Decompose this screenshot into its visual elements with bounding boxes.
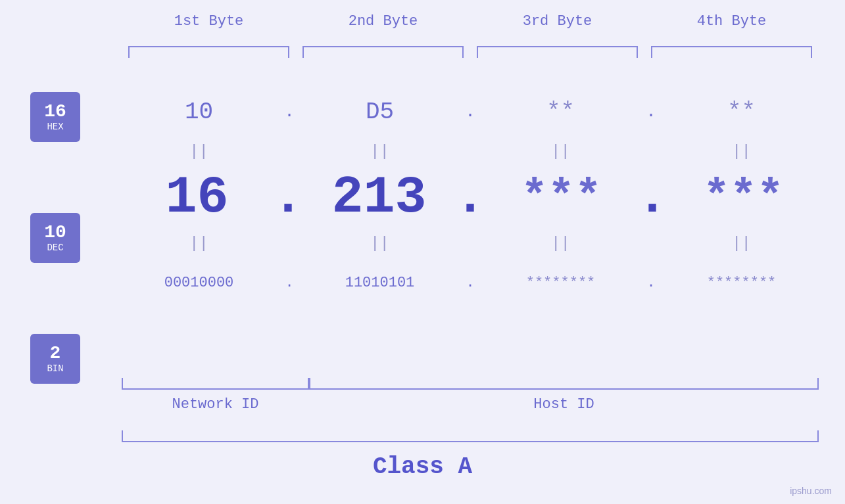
hex-val-3: ** bbox=[483, 99, 638, 126]
bin-dot-1: . bbox=[276, 275, 302, 291]
eq-row-2: || || || || bbox=[122, 230, 819, 256]
full-bracket bbox=[122, 430, 819, 442]
bracket-1 bbox=[128, 46, 289, 58]
bracket-4 bbox=[651, 46, 812, 58]
bin-dot-3: . bbox=[638, 275, 664, 291]
bin-badge-label: BIN bbox=[47, 363, 63, 374]
dec-dot-2: . bbox=[454, 168, 486, 227]
dec-val-4: *** bbox=[668, 172, 819, 223]
eq-1-1: || bbox=[122, 143, 276, 160]
dec-val-3: *** bbox=[486, 172, 637, 223]
bin-val-2: 11010101 bbox=[302, 275, 457, 291]
network-bracket bbox=[122, 378, 309, 390]
dec-badge-label: DEC bbox=[47, 242, 63, 253]
eq-2-1: || bbox=[122, 235, 276, 252]
dec-badge: 10 DEC bbox=[30, 213, 80, 263]
bin-val-4: ******** bbox=[664, 275, 819, 291]
eq-2-2: || bbox=[302, 235, 457, 252]
hex-row: 10 . D5 . ** . ** bbox=[122, 85, 819, 138]
watermark: ipshu.com bbox=[790, 486, 832, 496]
hex-dot-3: . bbox=[638, 102, 664, 122]
bin-val-1: 00010000 bbox=[122, 275, 276, 291]
bin-row: 00010000 . 11010101 . ******** . *******… bbox=[122, 256, 819, 309]
eq-2-4: || bbox=[664, 235, 819, 252]
bin-badge-num: 2 bbox=[50, 344, 61, 364]
hex-val-1: 10 bbox=[122, 99, 276, 126]
host-bracket bbox=[309, 378, 819, 390]
hex-dot-1: . bbox=[276, 102, 302, 122]
bin-dot-2: . bbox=[457, 275, 483, 291]
eq-row-1: || || || || bbox=[122, 138, 819, 164]
class-label: Class A bbox=[0, 453, 845, 480]
dec-val-2: 213 bbox=[304, 168, 454, 227]
dec-dot-1: . bbox=[272, 168, 304, 227]
bracket-2 bbox=[302, 46, 464, 58]
rows-area: 10 . D5 . ** . ** || || || || bbox=[122, 85, 819, 309]
hex-badge: 16 HEX bbox=[30, 92, 80, 142]
eq-1-3: || bbox=[483, 143, 638, 160]
col-header-4: 4th Byte bbox=[644, 13, 819, 30]
hex-badge-label: HEX bbox=[47, 122, 63, 132]
col-header-2: 2nd Byte bbox=[296, 13, 470, 30]
bottom-labels: Network ID Host ID bbox=[122, 392, 819, 413]
column-headers: 1st Byte 2nd Byte 3rd Byte 4th Byte bbox=[122, 13, 819, 30]
dec-row: 16 . 213 . *** . *** bbox=[122, 164, 819, 230]
col-header-1: 1st Byte bbox=[122, 13, 296, 30]
eq-2-3: || bbox=[483, 235, 638, 252]
bracket-3 bbox=[477, 46, 638, 58]
bin-badge: 2 BIN bbox=[30, 334, 80, 384]
eq-1-2: || bbox=[302, 143, 457, 160]
hex-val-2: D5 bbox=[302, 99, 457, 126]
col-header-3: 3rd Byte bbox=[470, 13, 644, 30]
top-brackets bbox=[122, 46, 819, 58]
dec-dot-3: . bbox=[637, 168, 668, 227]
host-id-label: Host ID bbox=[309, 392, 819, 413]
network-id-label: Network ID bbox=[122, 392, 309, 413]
hex-val-4: ** bbox=[664, 99, 819, 126]
eq-1-4: || bbox=[664, 143, 819, 160]
dec-val-1: 16 bbox=[122, 168, 272, 227]
badges-column: 16 HEX 10 DEC 2 BIN bbox=[30, 92, 80, 384]
hex-dot-2: . bbox=[457, 102, 483, 122]
dec-badge-num: 10 bbox=[44, 223, 66, 243]
main-container: 1st Byte 2nd Byte 3rd Byte 4th Byte 16 H… bbox=[0, 0, 845, 504]
hex-badge-num: 16 bbox=[44, 102, 66, 122]
bottom-brackets bbox=[122, 378, 819, 390]
bin-val-3: ******** bbox=[483, 275, 638, 291]
